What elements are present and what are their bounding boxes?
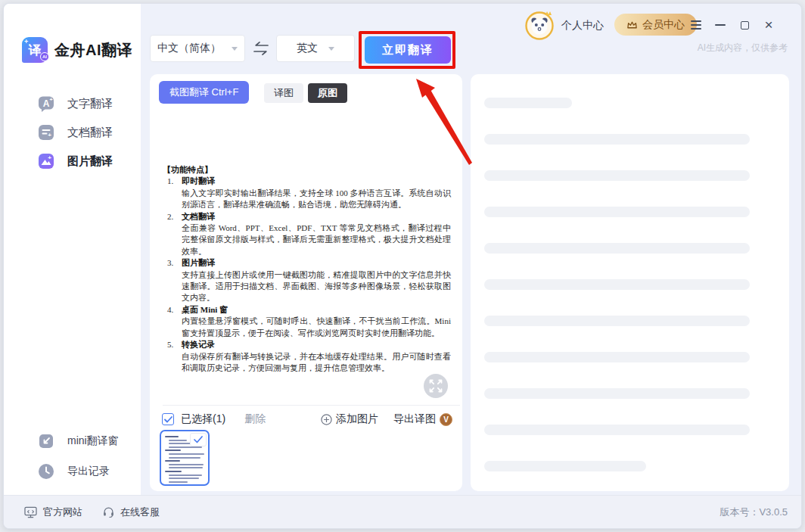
- item-body: 输入文字即实时输出翻译结果，支持全球 100 多种语言互译。系统自动识别源语言，…: [182, 188, 451, 211]
- item-number: 1.: [167, 176, 173, 187]
- mini-window-icon: [37, 432, 55, 450]
- maximize-icon: [741, 21, 749, 30]
- app-window: + 译 AI 金舟AI翻译 A + 文字翻译 + 文档翻译: [3, 3, 802, 529]
- expand-icon: [424, 375, 447, 397]
- chevron-down-icon: [232, 47, 238, 51]
- minimize-icon: [715, 24, 726, 26]
- sidebar-item-label: mini翻译窗: [67, 434, 119, 448]
- sidebar-item-text-translate[interactable]: A + 文字翻译: [37, 95, 113, 113]
- item-body: 自动保存所有翻译与转换记录，并在本地缓存处理结果。用户可随时查看和调取历史记录，…: [182, 351, 451, 375]
- thumbnail-text-line: [169, 467, 203, 468]
- add-image-label: 添加图片: [336, 412, 378, 426]
- item-title: 即时翻译: [182, 176, 451, 187]
- item-number: 4.: [167, 304, 173, 316]
- item-body: 内置轻量悬浮窗模式，可随时呼出、快速翻译，不干扰当前工作流。Mini 窗支持置顶…: [182, 316, 451, 339]
- thumbnail-text-line: [169, 481, 188, 483]
- close-button[interactable]: ×: [760, 17, 777, 33]
- thumbnail-text-line: [165, 436, 179, 437]
- skeleton-bar: [484, 98, 572, 108]
- logo-plus-decor: +: [24, 38, 28, 45]
- sidebar-item-doc-translate[interactable]: + 文档翻译: [37, 123, 113, 142]
- source-image-panel: 截图翻译 Ctrl+F 译图 原图 【功能特点】 1. 即时翻译 输入文字即实时…: [150, 74, 462, 491]
- skeleton-bar: [484, 352, 750, 362]
- document-item: 4. 桌面 Mini 窗 内置轻量悬浮窗模式，可随时呼出、快速翻译，不干扰当前工…: [163, 304, 451, 339]
- item-number: 5.: [167, 339, 173, 350]
- skeleton-bar: [484, 279, 750, 290]
- item-number: 3.: [167, 257, 173, 269]
- translation-result-panel: [471, 74, 789, 491]
- text-translate-icon: A +: [37, 95, 55, 113]
- minimize-button[interactable]: [712, 17, 729, 33]
- sidebar-item-label: 文字翻译: [67, 97, 113, 111]
- crown-icon: [626, 20, 638, 30]
- expand-image-button[interactable]: [424, 374, 448, 398]
- tab-translated-image[interactable]: 译图: [264, 83, 303, 103]
- online-support-label: 在线客服: [120, 506, 160, 519]
- check-icon: [164, 416, 172, 423]
- vip-badge: V: [440, 413, 452, 426]
- thumbnail-text-line: [169, 474, 202, 476]
- thumbnail-text-line: [165, 471, 182, 472]
- document-heading: 【功能特点】: [163, 164, 451, 176]
- doc-translate-icon: +: [37, 123, 55, 142]
- online-support-link[interactable]: 在线客服: [102, 506, 160, 519]
- skeleton-bar: [484, 134, 750, 145]
- monitor-icon: [23, 506, 38, 519]
- tab-original-image[interactable]: 原图: [308, 83, 347, 103]
- selection-bar: 已选择(1) 删除 添加图片 导出译图 V: [162, 409, 452, 429]
- source-language-select[interactable]: 中文（简体）: [150, 35, 245, 62]
- sidebar-item-label: 图片翻译: [67, 154, 113, 169]
- menu-button[interactable]: [688, 17, 704, 33]
- target-language-select[interactable]: 英文: [276, 35, 355, 62]
- sidebar: + 译 AI 金舟AI翻译 A + 文字翻译 + 文档翻译: [4, 4, 141, 496]
- close-icon: ×: [764, 17, 772, 33]
- delete-button[interactable]: 删除: [244, 412, 266, 426]
- divider: [163, 405, 460, 406]
- item-body: 全面兼容 Word、PPT、Excel、PDF、TXT 等常见文档格式，翻译过程…: [182, 222, 451, 257]
- document-item: 2. 文档翻译 全面兼容 Word、PPT、Excel、PDF、TXT 等常见文…: [163, 211, 451, 258]
- skeleton-bar: [484, 170, 750, 181]
- document-item: 5. 转换记录 自动保存所有翻译与转换记录，并在本地缓存处理结果。用户可随时查看…: [163, 339, 451, 374]
- sidebar-item-export-history[interactable]: 导出记录: [37, 462, 110, 481]
- export-translated-button[interactable]: 导出译图 V: [393, 412, 452, 426]
- sidebar-item-image-translate[interactable]: + 图片翻译: [37, 152, 113, 170]
- sidebar-item-label: 导出记录: [67, 465, 110, 478]
- page-background: + 译 AI 金舟AI翻译 A + 文字翻译 + 文档翻译: [0, 0, 805, 532]
- thumbnail-text-line: [169, 457, 200, 459]
- thumbnail-text-line: [169, 440, 187, 441]
- skeleton-bar: [484, 461, 646, 471]
- status-bar: 官方网站 在线客服 版本号：V3.0.5: [4, 495, 801, 528]
- swap-languages-icon[interactable]: [252, 41, 270, 56]
- document-item: 3. 图片翻译 支持直接上传图片或使用一键截图功能，精准提取图片中的文字信息并快…: [163, 257, 451, 304]
- thumbnail-checkbox[interactable]: [190, 433, 207, 446]
- svg-text:+: +: [48, 154, 51, 161]
- item-title: 图片翻译: [182, 257, 451, 269]
- app-logo: + 译 AI 金舟AI翻译: [22, 37, 132, 63]
- translate-now-button[interactable]: 立即翻译: [365, 36, 451, 64]
- version-label: 版本号：V3.0.5: [720, 506, 788, 519]
- item-body: 支持直接上传图片或使用一键截图功能，精准提取图片中的文字信息并快速翻译。适用于扫…: [182, 269, 451, 304]
- thumbnail-text-line: [169, 478, 199, 479]
- select-all-checkbox[interactable]: [162, 413, 174, 425]
- sidebar-item-mini-window[interactable]: mini翻译窗: [37, 432, 119, 450]
- screenshot-translate-button[interactable]: 截图翻译 Ctrl+F: [159, 81, 249, 104]
- image-thumbnail[interactable]: [160, 430, 210, 486]
- thumbnail-text-line: [165, 450, 181, 451]
- svg-text:A: A: [43, 98, 50, 109]
- user-avatar[interactable]: [525, 11, 555, 41]
- item-number: 2.: [167, 211, 173, 222]
- maximize-button[interactable]: [736, 17, 753, 33]
- sidebar-item-label: 文档翻译: [67, 126, 113, 140]
- clock-icon: [37, 462, 55, 481]
- item-title: 文档翻译: [182, 211, 451, 222]
- member-center-button[interactable]: 会员中心: [614, 14, 697, 36]
- svg-text:+: +: [48, 132, 51, 138]
- add-image-button[interactable]: 添加图片: [321, 412, 378, 426]
- selected-count-label: 已选择(1): [181, 412, 225, 426]
- profile-center-link[interactable]: 个人中心: [561, 19, 604, 33]
- headset-icon: [102, 506, 115, 518]
- ai-disclaimer: AI生成内容，仅供参考: [698, 42, 788, 54]
- official-website-link[interactable]: 官方网站: [23, 506, 82, 519]
- document-item: 1. 即时翻译 输入文字即实时输出翻译结果，支持全球 100 多种语言互译。系统…: [163, 176, 451, 210]
- source-language-value: 中文（简体）: [157, 42, 221, 55]
